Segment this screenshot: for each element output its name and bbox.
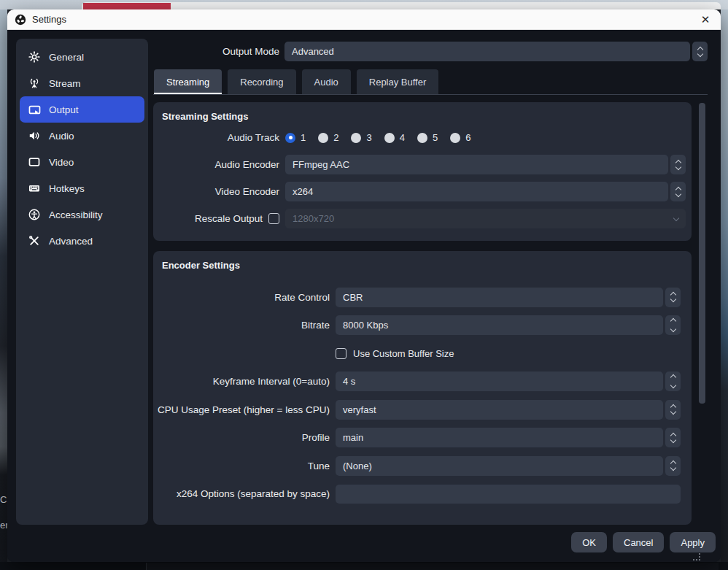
audio-track-option[interactable]: 5 [417,132,438,143]
output-mode-select[interactable]: Advanced [284,42,708,61]
chevron-updown-icon[interactable] [665,400,681,420]
rescale-resolution-select: 1280x720 [285,209,686,228]
video-encoder-row: Video Encoder x264 [153,178,692,205]
output-mode-label: Output Mode [102,42,279,61]
x264-options-row: x264 Options (separated by space) [153,480,692,509]
desktop-background: Ca er Settings ✕ [0,0,728,570]
output-icon [28,103,41,116]
rescale-output-checkbox[interactable] [268,213,279,224]
audio-track-option[interactable]: 3 [351,132,371,143]
rate-control-label: Rate Control [153,292,330,303]
sidebar-item-output[interactable]: Output [20,96,144,123]
rate-control-row: Rate Control CBR [153,283,692,312]
spinner-arrows-icon[interactable] [665,371,681,391]
tab-replay-buffer[interactable]: Replay Buffer [357,69,439,94]
radio-icon[interactable] [384,133,395,143]
apply-button[interactable]: Apply [670,532,716,552]
rescale-output-labelcell: Rescale Output [153,213,279,224]
sidebar-item-advanced[interactable]: Advanced [20,228,144,254]
sidebar-item-video[interactable]: Video [20,149,144,175]
accessibility-icon [28,208,41,221]
audio-encoder-row: Audio Encoder FFmpeg AAC [153,151,692,178]
vertical-scrollbar-thumb[interactable] [699,103,705,404]
radio-icon[interactable] [318,133,328,143]
settings-window: Settings ✕ General Stream [7,9,721,562]
background-window-bar [82,2,721,9]
custom-buffer-checkbox[interactable] [336,348,346,359]
obs-logo-icon [15,14,26,26]
audio-encoder-select[interactable]: FFmpeg AAC [285,155,686,174]
speaker-icon [28,129,41,142]
cpu-preset-select[interactable]: veryfast [336,400,681,420]
keyboard-icon [28,182,41,195]
ok-button[interactable]: OK [571,532,607,552]
encoder-settings-panel: Encoder Settings Rate Control CBR Bitrat… [153,251,692,525]
sidebar-item-label: Advanced [49,236,93,247]
chevron-updown-icon[interactable] [665,456,681,476]
audio-track-row: Audio Track 1 2 3 4 5 6 [153,124,692,151]
sidebar-item-accessibility[interactable]: Accessibility [20,201,144,228]
desktop-left-strip [0,9,7,570]
keyframe-interval-spinbox[interactable]: 4 s [336,371,681,391]
tune-select[interactable]: (None) [336,456,681,476]
chevron-updown-icon[interactable] [665,428,681,447]
streaming-settings-panel: Streaming Settings Audio Track 1 2 3 4 5… [153,102,692,241]
tune-row: Tune (None) [153,452,692,480]
radio-selected-icon[interactable] [285,133,295,143]
output-tabs: Streaming Recording Audio Replay Buffer [154,69,444,94]
x264-options-label: x264 Options (separated by space) [153,488,330,499]
close-icon[interactable]: ✕ [697,12,713,28]
audio-track-option[interactable]: 4 [384,132,405,143]
sidebar-item-label: Accessibility [49,209,103,220]
profile-select[interactable]: main [336,428,681,447]
tab-recording[interactable]: Recording [228,69,295,94]
video-encoder-select[interactable]: x264 [285,182,686,201]
window-title: Settings [32,14,66,25]
tools-icon [28,234,41,247]
chevron-updown-icon[interactable] [665,288,681,307]
audio-track-option[interactable]: 2 [318,132,338,143]
sidebar-item-label: Output [49,104,79,115]
cancel-button[interactable]: Cancel [613,532,664,552]
x264-options-input[interactable] [336,485,681,504]
radio-icon[interactable] [450,133,460,143]
sidebar-item-audio[interactable]: Audio [20,123,144,149]
tab-streaming[interactable]: Streaming [154,69,222,94]
custom-buffer-row: Use Custom Buffer Size [153,339,692,368]
chevron-updown-icon[interactable] [692,42,708,61]
output-mode-value[interactable]: Advanced [284,42,690,61]
cpu-preset-row: CPU Usage Preset (higher = less CPU) ver… [153,396,692,424]
radio-icon[interactable] [351,133,361,143]
gear-icon [28,50,41,63]
audio-track-option[interactable]: 1 [285,132,306,143]
sidebar-item-hotkeys[interactable]: Hotkeys [20,175,144,201]
desktop-right-strip [721,9,728,570]
sidebar-item-stream[interactable]: Stream [20,70,144,96]
keyframe-interval-row: Keyframe Interval (0=auto) 4 s [153,368,692,396]
keyframe-interval-label: Keyframe Interval (0=auto) [153,376,330,387]
rescale-output-label: Rescale Output [195,213,263,224]
background-red-bar [83,3,171,9]
window-body: General Stream Output [7,30,721,562]
chevron-updown-icon[interactable] [670,182,686,201]
chevron-updown-icon[interactable] [670,155,686,174]
titlebar[interactable]: Settings ✕ [7,9,721,30]
spinner-arrows-icon[interactable] [665,315,681,335]
custom-buffer-control: Use Custom Buffer Size [336,348,681,359]
section-title: Encoder Settings [162,258,692,273]
rate-control-select[interactable]: CBR [336,288,681,307]
tune-label: Tune [153,461,330,471]
sidebar-item-label: Video [49,157,74,168]
bitrate-spinbox[interactable]: 8000 Kbps [336,315,681,335]
bitrate-label: Bitrate [153,320,330,331]
sidebar: General Stream Output [16,39,148,525]
cpu-preset-label: CPU Usage Preset (higher = less CPU) [153,404,330,415]
audio-track-option[interactable]: 6 [450,132,471,143]
sidebar-item-label: Stream [49,78,81,89]
tab-audio[interactable]: Audio [302,69,351,94]
radio-icon[interactable] [417,133,427,143]
section-title: Streaming Settings [162,109,692,124]
audio-encoder-label: Audio Encoder [153,159,279,170]
resize-grip[interactable] [694,554,700,561]
rescale-output-row: Rescale Output 1280x720 [153,205,692,232]
